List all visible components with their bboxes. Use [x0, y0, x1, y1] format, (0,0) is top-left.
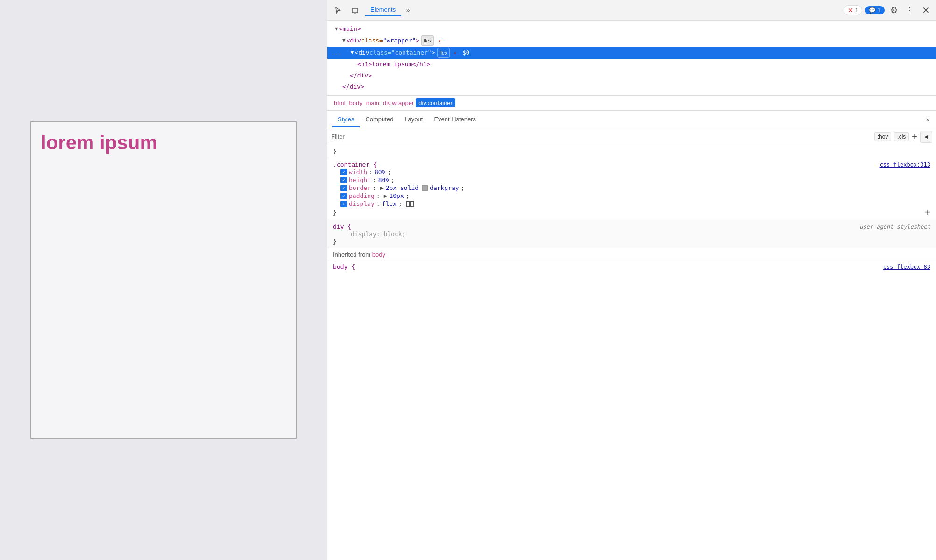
wrapper-flex-badge[interactable]: flex — [421, 35, 434, 46]
triangle-main: ▼ — [335, 24, 338, 34]
body-selector[interactable]: body { — [333, 263, 355, 270]
breadcrumb-div-container[interactable]: div.container — [416, 98, 455, 107]
wrapper-class-value: "wrapper" — [383, 36, 416, 45]
error-badge[interactable]: ✕ 1 — [844, 5, 863, 15]
devtools-toolbar: Elements » ✕ 1 💬 1 ⚙ ⋮ ✕ — [327, 0, 936, 21]
tab-computed[interactable]: Computed — [360, 112, 399, 127]
border-prop-value[interactable]: 2px solid — [386, 184, 418, 191]
css-height-line: height : 80% ; — [333, 176, 930, 184]
width-prop-name[interactable]: width — [349, 168, 367, 175]
container-close: > — [432, 48, 435, 57]
height-colon: : — [373, 176, 376, 183]
dots-indicator: ... — [331, 48, 341, 57]
dom-line-wrapper[interactable]: ▼ <div class="wrapper"> flex ← — [327, 35, 936, 47]
demo-heading: lorem ipsum — [41, 132, 157, 428]
breadcrumb-body[interactable]: body — [347, 98, 364, 107]
padding-colon: : — [376, 192, 380, 199]
h1-tag: <h1>lorem ipsum</h1> — [357, 60, 431, 69]
border-checkbox[interactable] — [340, 185, 347, 191]
padding-prop-name[interactable]: padding — [349, 192, 375, 199]
dom-line-container[interactable]: ... ▼ <div class="container"> flex ← $0 — [327, 47, 936, 59]
add-property-button[interactable]: + — [925, 208, 930, 217]
border-prop-name[interactable]: border — [349, 184, 371, 191]
breadcrumb-html[interactable]: html — [332, 98, 347, 107]
inherited-body-link[interactable]: body — [372, 251, 385, 258]
container-source[interactable]: css-flexbox:313 — [880, 161, 930, 168]
display-checkbox[interactable] — [340, 201, 347, 207]
display-prop-name[interactable]: display — [349, 200, 375, 207]
dom-line-h1[interactable]: <h1>lorem ipsum</h1> — [327, 59, 936, 70]
ua-selector[interactable]: div { — [333, 223, 351, 230]
ua-rule-close: } — [333, 238, 337, 245]
error-icon: ✕ — [848, 7, 853, 14]
container-rule-close: } — [333, 209, 337, 216]
css-display-line: display : flex ; — [333, 200, 930, 208]
border-colon: : — [373, 184, 376, 191]
height-prop-name[interactable]: height — [349, 176, 371, 183]
padding-checkbox[interactable] — [340, 193, 347, 199]
main-tag: <main> — [339, 24, 361, 34]
border-color-value[interactable]: darkgray — [430, 184, 459, 191]
container-flex-badge[interactable]: flex — [437, 48, 450, 58]
width-prop-value[interactable]: 80% — [375, 168, 385, 175]
close-devtools-button[interactable]: ✕ — [919, 4, 932, 17]
height-prop-value[interactable]: 80% — [378, 176, 389, 183]
border-triangle[interactable]: ▶ — [380, 184, 384, 191]
dom-line-div-close1[interactable]: </div> — [327, 70, 936, 81]
inspector-icon-button[interactable]: ◀ — [920, 131, 932, 143]
demo-container: lorem ipsum — [30, 121, 297, 439]
devtools-panel: Elements » ✕ 1 💬 1 ⚙ ⋮ ✕ ▼ <main> ▼ <div… — [327, 0, 936, 560]
body-rule-peek: body { css-flexbox:83 — [327, 261, 936, 272]
cls-button[interactable]: .cls — [894, 132, 909, 141]
div-close-tag1: </div> — [350, 71, 372, 80]
css-border-line: border : ▶ 2px solid darkgray ; — [333, 184, 930, 192]
darkgray-swatch[interactable] — [422, 185, 428, 191]
body-source[interactable]: css-flexbox:83 — [883, 264, 930, 270]
dom-line-main[interactable]: ▼ <main> — [327, 23, 936, 35]
padding-triangle[interactable]: ▶ — [384, 192, 388, 199]
wrapper-class-attr: class= — [361, 36, 383, 45]
breadcrumb-main[interactable]: main — [364, 98, 381, 107]
height-checkbox[interactable] — [340, 177, 347, 183]
container-tag: <div — [355, 48, 369, 57]
more-options-button[interactable]: ⋮ — [903, 4, 916, 17]
inspect-button[interactable] — [331, 3, 345, 17]
filter-input[interactable] — [331, 133, 872, 140]
more-tabs-chevron[interactable]: » — [404, 5, 411, 16]
wrapper-tag: <div — [347, 36, 361, 45]
tab-event-listeners[interactable]: Event Listeners — [428, 112, 482, 127]
svg-rect-1 — [354, 13, 356, 14]
dom-tree: ▼ <main> ▼ <div class="wrapper"> flex ← … — [327, 21, 936, 96]
ua-display-line: display: block; — [333, 230, 930, 238]
ua-label: user agent stylesheet — [859, 224, 930, 230]
body-selector-line: body { css-flexbox:83 — [333, 263, 930, 270]
width-checkbox[interactable] — [340, 169, 347, 175]
device-toggle-button[interactable] — [348, 3, 362, 17]
flex-layout-icon[interactable] — [406, 201, 414, 207]
hov-button[interactable]: :hov — [874, 132, 892, 141]
more-style-tabs[interactable]: » — [924, 114, 931, 125]
message-count: 1 — [878, 7, 881, 14]
height-semi: ; — [391, 176, 395, 183]
container-class-attr: class= — [369, 48, 391, 57]
dom-line-div-close2[interactable]: </div> — [327, 81, 936, 92]
user-agent-rule-block: div { user agent stylesheet display: blo… — [327, 220, 936, 248]
message-badge[interactable]: 💬 1 — [865, 6, 885, 14]
tab-layout[interactable]: Layout — [399, 112, 428, 127]
elements-tab[interactable]: Elements — [365, 4, 401, 16]
breadcrumb-div-wrapper[interactable]: div.wrapper — [381, 98, 416, 107]
ua-display-prop: display: block; — [351, 231, 405, 238]
container-class-value: "container" — [391, 48, 432, 57]
add-rule-button[interactable]: + — [912, 132, 917, 141]
display-prop-value[interactable]: flex — [382, 200, 397, 207]
width-semi: ; — [387, 168, 391, 175]
dollar-zero: $0 — [463, 48, 469, 57]
padding-prop-value[interactable]: 10px — [389, 192, 404, 199]
ua-selector-line: div { user agent stylesheet — [333, 223, 930, 230]
triangle-container: ▼ — [351, 48, 354, 57]
tab-styles[interactable]: Styles — [332, 112, 360, 127]
container-selector[interactable]: .container { — [333, 161, 377, 168]
display-colon: : — [376, 200, 380, 207]
styles-panel: Styles Computed Layout Event Listeners »… — [327, 111, 936, 560]
settings-button[interactable]: ⚙ — [887, 4, 901, 17]
